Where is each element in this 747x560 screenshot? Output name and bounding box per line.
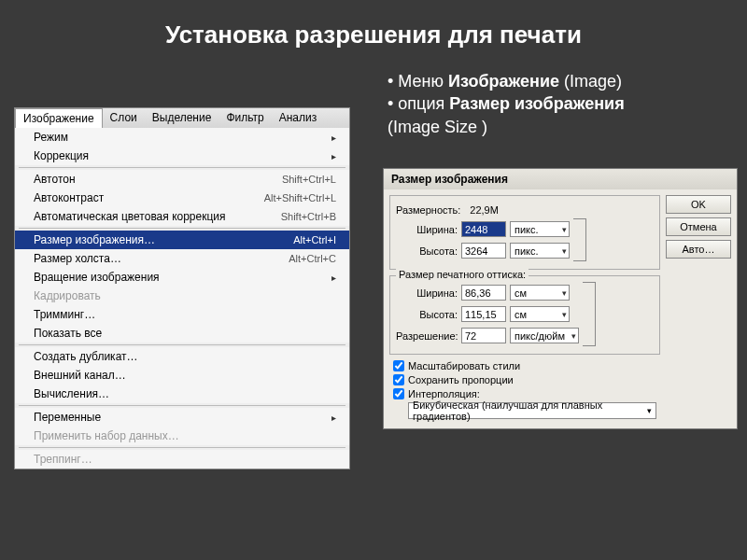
- menu-item-label: Тримминг…: [34, 308, 95, 321]
- menubar-item-select[interactable]: Выделение: [145, 108, 219, 128]
- menu-separator: [19, 228, 345, 229]
- menu-item-label: Вращение изображения: [34, 271, 160, 284]
- menu-item-label: Переменные: [34, 411, 101, 424]
- menu-item[interactable]: Коррекция: [15, 147, 349, 165]
- bullets-list: Меню Изображение (Image) опция Размер из…: [388, 70, 625, 138]
- interpolation-select[interactable]: Бикубическая (наилучшая для плавных град…: [408, 402, 656, 419]
- menu-item-label: Автоконтраст: [34, 191, 104, 204]
- menu-item: Кадрировать: [15, 287, 349, 305]
- link-icon: [573, 218, 586, 261]
- menu-item-label: Коррекция: [34, 149, 89, 162]
- menu-item[interactable]: Переменные: [15, 408, 349, 427]
- menu-item-shortcut: Shift+Ctrl+B: [281, 211, 336, 222]
- constrain-proportions-checkbox[interactable]: [393, 374, 404, 385]
- menu-item-label: Размер изображения…: [34, 233, 155, 246]
- interpolation-checkbox[interactable]: [393, 388, 404, 399]
- image-size-dialog: Размер изображения Размерность: 22,9M Ши…: [383, 168, 738, 429]
- pixel-height-input[interactable]: [461, 243, 506, 259]
- menu-item[interactable]: АвтотонShift+Ctrl+L: [15, 170, 349, 189]
- print-width-unit-select[interactable]: см: [510, 285, 570, 301]
- menu-separator: [19, 447, 345, 448]
- width-label: Ширина:: [396, 224, 458, 235]
- menu-item[interactable]: Режим: [15, 128, 349, 147]
- print-size-group: Размер печатного оттиска: Ширина: см Выс…: [389, 275, 660, 355]
- resolution-input[interactable]: [461, 328, 506, 343]
- menu-item[interactable]: АвтоконтрастAlt+Shift+Ctrl+L: [15, 189, 349, 207]
- print-height-input[interactable]: [461, 306, 506, 322]
- menu-item-shortcut: Alt+Shift+Ctrl+L: [264, 192, 336, 203]
- pixel-width-input[interactable]: [461, 221, 506, 237]
- menu-item-label: Автотон: [34, 173, 76, 186]
- menu-item[interactable]: Вращение изображения: [15, 268, 349, 287]
- link-icon: [583, 282, 596, 346]
- menu-item[interactable]: Размер холста…Alt+Ctrl+C: [15, 249, 349, 268]
- resolution-unit-select[interactable]: пикс/дюйм: [510, 328, 579, 343]
- print-group-legend: Размер печатного оттиска:: [396, 269, 529, 280]
- menu-item[interactable]: Показать все: [15, 324, 349, 343]
- menu-item-label: Треппинг…: [34, 453, 92, 466]
- menu-item-label: Кадрировать: [34, 289, 101, 302]
- menu-item: Треппинг…: [15, 450, 349, 469]
- menu-item-label: Внешний канал…: [34, 369, 126, 382]
- bullet-text: (Image): [559, 72, 622, 91]
- pixel-height-unit-select[interactable]: пикс.: [510, 243, 570, 259]
- print-height-label: Высота:: [396, 309, 458, 320]
- menubar-item-image[interactable]: Изображение: [15, 108, 103, 128]
- menubar-item-filter[interactable]: Фильтр: [218, 108, 271, 128]
- menu-item-shortcut: Alt+Ctrl+I: [293, 234, 336, 245]
- menu-item-label: Создать дубликат…: [34, 350, 138, 363]
- ok-button[interactable]: OK: [666, 195, 731, 214]
- menubar-item-analysis[interactable]: Анализ: [272, 108, 325, 128]
- menu-item-shortcut: Alt+Ctrl+C: [289, 253, 336, 264]
- menu-item[interactable]: Вычисления…: [15, 385, 349, 403]
- menu-item-label: Размер холста…: [34, 252, 121, 265]
- menu-separator: [19, 405, 345, 406]
- bullet-bold: Размер изображения: [449, 94, 624, 113]
- menu-item-label: Вычисления…: [34, 387, 109, 400]
- menu-item: Применить набор данных…: [15, 427, 349, 445]
- image-menu: Изображение Слои Выделение Фильтр Анализ…: [14, 107, 350, 469]
- pixel-dimensions-group: Размерность: 22,9M Ширина: пикс. Высота:: [389, 195, 660, 270]
- constrain-proportions-label: Сохранить пропорции: [408, 374, 514, 385]
- cancel-button[interactable]: Отмена: [666, 217, 731, 236]
- slide-title: Установка разрешения для печати: [0, 0, 747, 49]
- bullet-text: опция: [398, 94, 449, 113]
- height-label: Высота:: [396, 245, 458, 257]
- menubar: Изображение Слои Выделение Фильтр Анализ: [15, 108, 349, 128]
- menubar-item-layers[interactable]: Слои: [103, 108, 145, 128]
- bullet-text: (Image Size ): [388, 118, 487, 136]
- scale-styles-label: Масштабировать стили: [408, 360, 520, 371]
- menu-item-label: Режим: [34, 131, 68, 144]
- menu-item[interactable]: Тримминг…: [15, 305, 349, 324]
- bullet-text: Меню: [398, 72, 448, 91]
- menu-separator: [19, 167, 345, 168]
- menu-item[interactable]: Размер изображения…Alt+Ctrl+I: [15, 231, 349, 249]
- menu-item[interactable]: Автоматическая цветовая коррекцияShift+C…: [15, 207, 349, 226]
- menu-item-label: Показать все: [34, 327, 102, 340]
- print-width-input[interactable]: [461, 285, 506, 301]
- dialog-title: Размер изображения: [384, 169, 737, 189]
- menu-item-label: Автоматическая цветовая коррекция: [34, 210, 226, 223]
- menu-item[interactable]: Внешний канал…: [15, 366, 349, 385]
- print-height-unit-select[interactable]: см: [510, 306, 570, 322]
- resolution-label: Разрешение:: [396, 330, 458, 342]
- print-width-label: Ширина:: [396, 287, 458, 299]
- scale-styles-checkbox[interactable]: [393, 360, 404, 371]
- auto-button[interactable]: Авто…: [666, 240, 731, 259]
- dimension-label: Размерность:: [396, 204, 460, 216]
- dimension-value: 22,9M: [470, 204, 499, 216]
- pixel-width-unit-select[interactable]: пикс.: [510, 221, 570, 237]
- interpolation-label: Интерполяция:: [408, 388, 480, 399]
- menu-item-shortcut: Shift+Ctrl+L: [282, 174, 336, 185]
- menu-separator: [19, 344, 345, 345]
- bullet-bold: Изображение: [448, 72, 559, 91]
- menu-item-label: Применить набор данных…: [34, 429, 179, 442]
- menu-item[interactable]: Создать дубликат…: [15, 347, 349, 366]
